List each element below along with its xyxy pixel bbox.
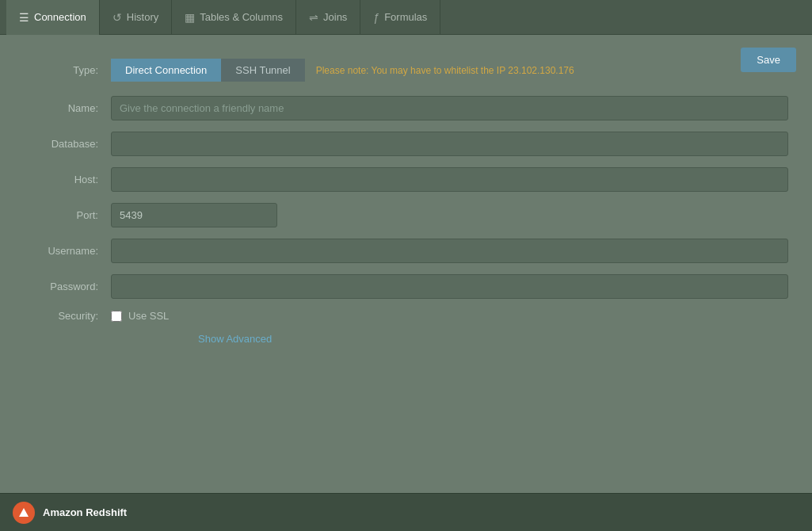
database-input[interactable] <box>111 132 788 156</box>
bottom-bar: Amazon Redshift <box>0 493 812 531</box>
tab-connection[interactable]: ☰ Connection <box>6 0 100 35</box>
tab-history-label: History <box>127 11 158 23</box>
security-label: Security: <box>24 310 111 322</box>
password-label: Password: <box>24 281 111 292</box>
port-row: Port: <box>24 203 788 227</box>
type-ssh-button[interactable]: SSH Tunnel <box>221 59 304 82</box>
database-row: Database: <box>24 132 788 156</box>
ssl-checkbox-label[interactable]: Use SSL <box>111 310 169 322</box>
type-row: Type: Direct Connection SSH Tunnel Pleas… <box>24 59 788 82</box>
tab-history[interactable]: ↺ History <box>100 0 172 35</box>
tab-joins[interactable]: ⇌ Joins <box>296 0 360 35</box>
username-input[interactable] <box>111 239 788 263</box>
show-advanced-link[interactable]: Show Advanced <box>198 333 272 345</box>
database-label: Database: <box>24 138 111 150</box>
username-row: Username: <box>24 239 788 263</box>
tab-joins-label: Joins <box>323 11 347 23</box>
tables-icon: ▦ <box>185 11 195 24</box>
db-icon <box>13 502 35 524</box>
connection-icon: ☰ <box>19 11 29 24</box>
tab-formulas[interactable]: ƒ Formulas <box>360 0 440 35</box>
name-row: Name: <box>24 96 788 120</box>
ip-notice: Please note: You may have to whitelist t… <box>316 65 574 76</box>
ssl-checkbox[interactable] <box>111 311 122 322</box>
username-label: Username: <box>24 245 111 257</box>
joins-icon: ⇌ <box>309 11 318 24</box>
formulas-icon: ƒ <box>373 11 379 24</box>
host-row: Host: <box>24 167 788 192</box>
type-direct-button[interactable]: Direct Connection <box>111 59 221 82</box>
tab-tables-columns[interactable]: ▦ Tables & Columns <box>172 0 296 35</box>
save-btn-container: Save <box>741 48 796 72</box>
main-content: Save Type: Direct Connection SSH Tunnel … <box>0 35 812 361</box>
top-nav: ☰ Connection ↺ History ▦ Tables & Column… <box>0 0 812 35</box>
tab-formulas-label: Formulas <box>384 11 427 23</box>
host-input[interactable] <box>111 167 788 192</box>
svg-marker-0 <box>19 508 29 517</box>
name-label: Name: <box>24 102 111 114</box>
db-name: Amazon Redshift <box>43 506 127 518</box>
security-row: Security: Use SSL <box>24 310 788 322</box>
type-label: Type: <box>24 64 111 76</box>
tab-tables-label: Tables & Columns <box>200 11 283 23</box>
show-advanced-container: Show Advanced <box>111 333 788 345</box>
port-label: Port: <box>24 209 111 221</box>
tab-connection-label: Connection <box>34 11 86 23</box>
host-label: Host: <box>24 174 111 185</box>
save-button[interactable]: Save <box>741 48 796 72</box>
name-input[interactable] <box>111 96 788 120</box>
history-icon: ↺ <box>112 11 122 24</box>
port-input[interactable] <box>111 203 277 227</box>
ssl-label-text: Use SSL <box>128 310 169 322</box>
password-row: Password: <box>24 274 788 299</box>
password-input[interactable] <box>111 274 788 299</box>
